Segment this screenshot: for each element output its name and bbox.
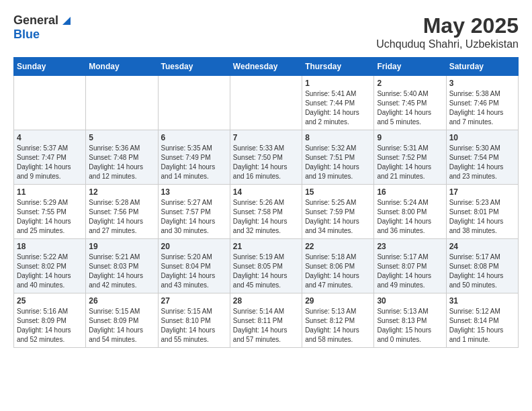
day-info: Sunrise: 5:23 AM Sunset: 8:01 PM Dayligh… [449, 198, 515, 236]
day-number: 17 [449, 187, 515, 197]
month-title: May 2025 [376, 13, 519, 38]
day-info: Sunrise: 5:13 AM Sunset: 8:12 PM Dayligh… [305, 307, 371, 345]
day-number: 19 [89, 242, 154, 251]
calendar-cell: 27Sunrise: 5:15 AM Sunset: 8:10 PM Dayli… [158, 293, 230, 348]
day-number: 27 [161, 296, 227, 306]
calendar-cell: 22Sunrise: 5:18 AM Sunset: 8:06 PM Dayli… [302, 239, 374, 293]
day-number: 10 [449, 133, 515, 142]
day-number: 13 [161, 187, 227, 197]
logo: General Blue [13, 13, 71, 42]
day-info: Sunrise: 5:17 AM Sunset: 8:07 PM Dayligh… [377, 253, 443, 290]
day-number: 22 [305, 242, 371, 251]
day-number: 15 [305, 187, 371, 197]
day-info: Sunrise: 5:13 AM Sunset: 8:13 PM Dayligh… [377, 307, 443, 345]
day-info: Sunrise: 5:15 AM Sunset: 8:10 PM Dayligh… [161, 307, 227, 345]
day-number: 1 [305, 79, 371, 88]
day-number: 24 [449, 242, 515, 251]
calendar-cell: 5Sunrise: 5:36 AM Sunset: 7:48 PM Daylig… [86, 130, 158, 185]
day-info: Sunrise: 5:27 AM Sunset: 7:57 PM Dayligh… [161, 198, 227, 236]
day-info: Sunrise: 5:40 AM Sunset: 7:45 PM Dayligh… [377, 89, 443, 127]
day-number: 23 [377, 242, 443, 251]
logo-blue-text: Blue [13, 28, 40, 42]
calendar-cell: 24Sunrise: 5:17 AM Sunset: 8:08 PM Dayli… [446, 239, 518, 293]
day-number: 16 [377, 187, 443, 197]
day-info: Sunrise: 5:36 AM Sunset: 7:48 PM Dayligh… [89, 144, 154, 181]
day-info: Sunrise: 5:24 AM Sunset: 8:00 PM Dayligh… [377, 198, 443, 236]
calendar-cell: 18Sunrise: 5:22 AM Sunset: 8:02 PM Dayli… [14, 239, 86, 293]
day-info: Sunrise: 5:20 AM Sunset: 8:04 PM Dayligh… [161, 253, 227, 290]
weekday-header-tuesday: Tuesday [158, 58, 230, 76]
day-number: 11 [17, 187, 83, 197]
calendar-cell: 16Sunrise: 5:24 AM Sunset: 8:00 PM Dayli… [374, 185, 446, 239]
calendar-cell: 31Sunrise: 5:12 AM Sunset: 8:14 PM Dayli… [446, 293, 518, 348]
day-number: 5 [89, 133, 154, 142]
day-number: 3 [449, 79, 515, 88]
day-number: 21 [233, 242, 299, 251]
weekday-header-monday: Monday [86, 58, 158, 76]
calendar-cell [14, 76, 86, 130]
calendar-cell [230, 76, 302, 130]
week-row-5: 25Sunrise: 5:16 AM Sunset: 8:09 PM Dayli… [14, 293, 519, 348]
weekday-header-friday: Friday [374, 58, 446, 76]
calendar-cell: 13Sunrise: 5:27 AM Sunset: 7:57 PM Dayli… [158, 185, 230, 239]
day-info: Sunrise: 5:19 AM Sunset: 8:05 PM Dayligh… [233, 253, 299, 290]
day-number: 20 [161, 242, 227, 251]
calendar-cell [86, 76, 158, 130]
day-info: Sunrise: 5:32 AM Sunset: 7:51 PM Dayligh… [305, 144, 371, 181]
day-info: Sunrise: 5:18 AM Sunset: 8:06 PM Dayligh… [305, 253, 371, 290]
day-info: Sunrise: 5:26 AM Sunset: 7:58 PM Dayligh… [233, 198, 299, 236]
day-number: 12 [89, 187, 154, 197]
day-info: Sunrise: 5:33 AM Sunset: 7:50 PM Dayligh… [233, 144, 299, 181]
calendar-cell: 29Sunrise: 5:13 AM Sunset: 8:12 PM Dayli… [302, 293, 374, 348]
weekday-header-row: SundayMondayTuesdayWednesdayThursdayFrid… [14, 58, 519, 76]
calendar-cell: 26Sunrise: 5:15 AM Sunset: 8:09 PM Dayli… [86, 293, 158, 348]
day-info: Sunrise: 5:31 AM Sunset: 7:52 PM Dayligh… [377, 144, 443, 181]
day-info: Sunrise: 5:38 AM Sunset: 7:46 PM Dayligh… [449, 89, 515, 127]
day-number: 30 [377, 296, 443, 306]
weekday-header-sunday: Sunday [14, 58, 86, 76]
day-number: 4 [17, 133, 83, 142]
week-row-2: 4Sunrise: 5:37 AM Sunset: 7:47 PM Daylig… [14, 130, 519, 185]
day-number: 25 [17, 296, 83, 306]
day-number: 18 [17, 242, 83, 251]
calendar-cell: 30Sunrise: 5:13 AM Sunset: 8:13 PM Dayli… [374, 293, 446, 348]
day-number: 7 [233, 133, 299, 142]
logo-general-text: General [13, 13, 58, 28]
calendar-cell: 17Sunrise: 5:23 AM Sunset: 8:01 PM Dayli… [446, 185, 518, 239]
calendar-cell: 28Sunrise: 5:14 AM Sunset: 8:11 PM Dayli… [230, 293, 302, 348]
week-row-3: 11Sunrise: 5:29 AM Sunset: 7:55 PM Dayli… [14, 185, 519, 239]
svg-marker-0 [62, 17, 71, 25]
week-row-1: 1Sunrise: 5:41 AM Sunset: 7:44 PM Daylig… [14, 76, 519, 130]
calendar-cell: 14Sunrise: 5:26 AM Sunset: 7:58 PM Dayli… [230, 185, 302, 239]
calendar-cell: 1Sunrise: 5:41 AM Sunset: 7:44 PM Daylig… [302, 76, 374, 130]
calendar-cell: 19Sunrise: 5:21 AM Sunset: 8:03 PM Dayli… [86, 239, 158, 293]
day-number: 31 [449, 296, 515, 306]
day-info: Sunrise: 5:41 AM Sunset: 7:44 PM Dayligh… [305, 89, 371, 127]
day-info: Sunrise: 5:37 AM Sunset: 7:47 PM Dayligh… [17, 144, 83, 181]
calendar-cell: 21Sunrise: 5:19 AM Sunset: 8:05 PM Dayli… [230, 239, 302, 293]
day-info: Sunrise: 5:30 AM Sunset: 7:54 PM Dayligh… [449, 144, 515, 181]
calendar-cell: 10Sunrise: 5:30 AM Sunset: 7:54 PM Dayli… [446, 130, 518, 185]
calendar-cell: 9Sunrise: 5:31 AM Sunset: 7:52 PM Daylig… [374, 130, 446, 185]
calendar-cell: 12Sunrise: 5:28 AM Sunset: 7:56 PM Dayli… [86, 185, 158, 239]
day-number: 14 [233, 187, 299, 197]
day-number: 8 [305, 133, 371, 142]
calendar-cell: 6Sunrise: 5:35 AM Sunset: 7:49 PM Daylig… [158, 130, 230, 185]
week-row-4: 18Sunrise: 5:22 AM Sunset: 8:02 PM Dayli… [14, 239, 519, 293]
day-number: 28 [233, 296, 299, 306]
calendar-cell: 25Sunrise: 5:16 AM Sunset: 8:09 PM Dayli… [14, 293, 86, 348]
day-info: Sunrise: 5:12 AM Sunset: 8:14 PM Dayligh… [449, 307, 515, 345]
weekday-header-wednesday: Wednesday [230, 58, 302, 76]
day-number: 6 [161, 133, 227, 142]
calendar-cell [158, 76, 230, 130]
day-info: Sunrise: 5:17 AM Sunset: 8:08 PM Dayligh… [449, 253, 515, 290]
header: General Blue May 2025 Uchquduq Shahri, U… [13, 13, 519, 50]
day-info: Sunrise: 5:25 AM Sunset: 7:59 PM Dayligh… [305, 198, 371, 236]
day-info: Sunrise: 5:14 AM Sunset: 8:11 PM Dayligh… [233, 307, 299, 345]
calendar-cell: 7Sunrise: 5:33 AM Sunset: 7:50 PM Daylig… [230, 130, 302, 185]
day-info: Sunrise: 5:15 AM Sunset: 8:09 PM Dayligh… [89, 307, 154, 345]
calendar-cell: 23Sunrise: 5:17 AM Sunset: 8:07 PM Dayli… [374, 239, 446, 293]
day-number: 26 [89, 296, 154, 306]
day-number: 29 [305, 296, 371, 306]
location-title: Uchquduq Shahri, Uzbekistan [376, 38, 519, 50]
